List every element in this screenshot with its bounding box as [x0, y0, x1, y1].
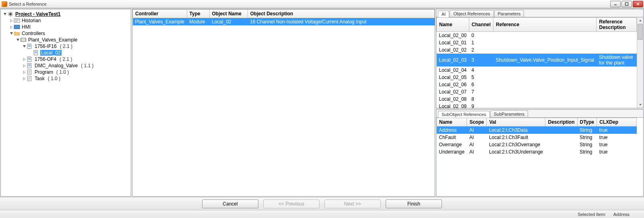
tab-subobject-references[interactable]: SubObject References — [438, 111, 490, 118]
scroll-thumb[interactable] — [638, 24, 643, 40]
tree-root[interactable]: Project - ValveTest1 — [2, 11, 130, 17]
tree-item-if16[interactable]: 1756-IF16 ( 2.1 ) — [2, 43, 130, 50]
cell: Underrange — [437, 148, 467, 156]
expand-icon[interactable] — [22, 44, 27, 49]
cell — [597, 103, 637, 108]
channels-tabs: AI Object References Parameters — [436, 9, 643, 17]
scrollbar[interactable] — [637, 17, 643, 108]
tree-item-dmc[interactable]: DMC_Analog_Valve ( 1.1 ) — [2, 62, 130, 69]
col-channel[interactable]: Channel — [469, 18, 493, 32]
col-name[interactable]: Name — [437, 118, 467, 127]
subobject-table[interactable]: Name Scope Val Description DType CLXDep … — [436, 118, 637, 156]
table-row[interactable]: Local_02_099 — [437, 103, 637, 108]
maximize-button[interactable] — [621, 1, 632, 7]
col-description[interactable]: Description — [545, 118, 577, 127]
cell — [493, 39, 597, 46]
tree-item-controllers[interactable]: Controllers — [2, 30, 130, 37]
tree-item-program[interactable]: Program ( 1.0 ) — [2, 69, 130, 75]
table-row[interactable]: OverrangeAILocal:2:I.Ch3OverrangeStringt… — [437, 141, 637, 148]
cell — [493, 103, 597, 108]
cell: AI — [467, 127, 487, 134]
cell — [493, 96, 597, 103]
cell: true — [597, 127, 637, 134]
tree-item-of4[interactable]: 1756-OF4 ( 2.1 ) — [2, 56, 130, 62]
objects-table[interactable]: Controller Type Object Name Object Descr… — [132, 9, 435, 25]
table-row[interactable]: Local_02_033Shutdown_Valve.Valve_Positio… — [437, 54, 637, 66]
cell — [597, 88, 637, 96]
table-row[interactable]: Local_02_077 — [437, 88, 637, 96]
collapse-icon[interactable] — [9, 25, 14, 29]
scroll-down-icon[interactable] — [637, 102, 643, 108]
cell: true — [597, 134, 637, 141]
tree-version: ( 1.1 ) — [81, 63, 93, 69]
expand-icon[interactable] — [15, 37, 20, 42]
table-row[interactable]: Plant_Valves_ExampleModuleLocal_0216 Cha… — [133, 18, 435, 26]
table-row[interactable]: AddressAILocal:2:I.Ch3DataStringtrue — [437, 127, 637, 134]
table-row[interactable]: Local_02_066 — [437, 81, 637, 88]
channels-table[interactable]: Name Channel Reference Reference Descrip… — [436, 17, 637, 108]
cell: Local_02_09 — [437, 103, 469, 108]
tab-object-references[interactable]: Object References — [450, 10, 493, 17]
cell — [493, 74, 597, 81]
collapse-icon[interactable] — [22, 63, 27, 68]
tree-item-historian[interactable]: Historian — [2, 17, 130, 24]
tree-item-task[interactable]: Task ( 1.0 ) — [2, 75, 130, 82]
tree-label: Program — [34, 69, 54, 75]
scroll-up-icon[interactable] — [637, 17, 643, 24]
cell — [493, 46, 597, 54]
cell: Local:2:I.Ch3Data — [487, 127, 545, 134]
table-row[interactable]: Local_02_044 — [437, 66, 637, 74]
table-row[interactable]: Local_02_055 — [437, 74, 637, 81]
next-button[interactable]: Next >> — [324, 199, 381, 208]
table-row[interactable]: Local_02_088 — [437, 96, 637, 103]
col-ref-desc[interactable]: Reference Description — [597, 18, 637, 32]
table-row[interactable]: Local_02_011 — [437, 39, 637, 46]
cancel-button[interactable]: Cancel — [202, 199, 258, 208]
expand-icon[interactable] — [9, 31, 14, 36]
collapse-icon[interactable] — [9, 18, 14, 23]
table-row[interactable]: Local_02_000 — [437, 32, 637, 39]
tab-subparameters[interactable]: SubParameters — [490, 110, 528, 117]
module-icon — [27, 63, 33, 69]
tab-parameters[interactable]: Parameters — [494, 10, 524, 17]
objects-panel: Controller Type Object Name Object Descr… — [132, 9, 435, 197]
expand-icon[interactable] — [2, 12, 7, 17]
close-button[interactable] — [633, 1, 643, 7]
col-scope[interactable]: Scope — [467, 118, 487, 127]
cell: Address — [437, 127, 467, 134]
svg-rect-33 — [28, 65, 31, 66]
selected-item-label: Selected Item: — [578, 212, 606, 217]
col-type[interactable]: Type — [187, 10, 209, 18]
col-object-desc[interactable]: Object Description — [248, 10, 434, 18]
cell: Shutdown_Valve.Valve_Position_Input_Sign… — [493, 54, 597, 66]
collapse-icon[interactable] — [22, 57, 27, 62]
tree-item-hmi[interactable]: HMI — [2, 24, 130, 30]
col-clxdep[interactable]: CLXDep — [597, 118, 637, 127]
table-row[interactable]: ChFaultAILocal:2:I.Ch3FaultStringtrue — [437, 134, 637, 141]
tree-label: Task — [34, 76, 45, 81]
tree-item-plant[interactable]: Plant_Valves_Example — [2, 37, 130, 43]
task-icon — [27, 76, 33, 81]
subobject-tabs: SubObject References SubParameters — [436, 110, 643, 118]
col-dtype[interactable]: DType — [577, 118, 597, 127]
table-row[interactable]: Local_02_022 — [437, 46, 637, 54]
minimize-button[interactable] — [610, 1, 621, 7]
cell: 9 — [469, 103, 493, 108]
collapse-icon[interactable] — [22, 70, 27, 75]
col-name[interactable]: Name — [437, 18, 469, 32]
cell: 5 — [469, 74, 493, 81]
project-tree-panel[interactable]: Project - ValveTest1 Historian HMI Contr… — [0, 9, 131, 197]
cell — [597, 39, 637, 46]
tab-ai[interactable]: AI — [438, 10, 449, 17]
collapse-icon[interactable] — [22, 76, 27, 81]
col-controller[interactable]: Controller — [133, 10, 187, 18]
right-panel: AI Object References Parameters Name Cha… — [436, 9, 644, 197]
cell — [545, 148, 577, 156]
finish-button[interactable]: Finish — [386, 199, 442, 208]
previous-button[interactable]: << Previous — [263, 199, 320, 208]
col-object-name[interactable]: Object Name — [209, 10, 248, 18]
col-reference[interactable]: Reference — [493, 18, 597, 32]
tree-item-local02[interactable]: Local_02 — [2, 50, 130, 56]
col-val[interactable]: Val — [487, 118, 545, 127]
table-row[interactable]: UnderrangeAILocal:2:I.Ch3UnderrangeStrin… — [437, 148, 637, 156]
